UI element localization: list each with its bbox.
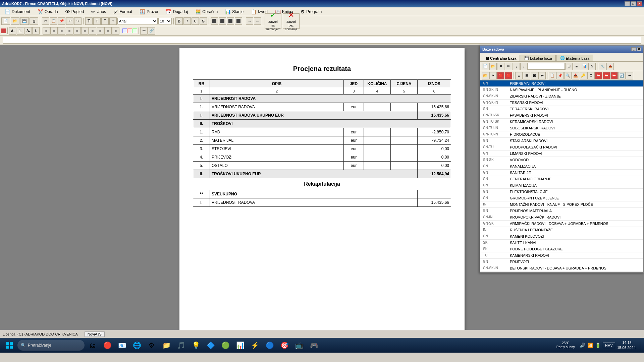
tb2-btn1[interactable] (1, 28, 6, 33)
taskbar-icon-6[interactable]: 📁 (160, 340, 173, 351)
baze-list-item[interactable]: GN-TU-SK FASADERSKI RADOVI (480, 112, 643, 119)
tb2-list8-btn[interactable]: ≡ (97, 27, 104, 35)
tb-cut-button[interactable]: ✂ (42, 17, 49, 25)
baze-tb2-btn2[interactable]: ✂ (489, 72, 497, 79)
baze-tb2-btn11[interactable]: 🔍 (564, 72, 572, 79)
baze-list-item[interactable]: GN STAKLARSKI RADOVI (480, 138, 643, 144)
tb-new-button[interactable]: 📄 (1, 17, 10, 25)
taskbar-icon-2[interactable]: 🔴 (101, 340, 114, 351)
menu-prozor[interactable]: 🪟 Prozor (136, 8, 162, 15)
baze-list-item[interactable]: GN GROMOBRN I UZEMLJENJE (480, 195, 643, 201)
tb2-a2-btn[interactable]: A. (24, 27, 32, 35)
tb-format2-button[interactable]: T (93, 17, 101, 25)
tb-print-button[interactable]: 🖨 (30, 17, 38, 25)
tb2-list1-btn[interactable]: ≡ (43, 27, 50, 35)
baze-list-item[interactable]: GN-SK-IN BETONSKI RADOVI - DOBAVA + UGRA… (480, 265, 643, 272)
tb2-color2-btn[interactable] (127, 28, 132, 33)
tb-format3-button[interactable]: T (101, 17, 109, 25)
tb-format1-button[interactable]: T (85, 17, 93, 25)
tb2-i-btn[interactable]: I. (32, 27, 40, 35)
taskbar-icon-16[interactable]: 🎮 (307, 340, 321, 351)
tb-undo-button[interactable]: ↩ (66, 17, 73, 25)
tb-save-button[interactable]: 💾 (20, 17, 29, 25)
baze-tb2-btn12[interactable]: 📤 (572, 72, 579, 79)
tb2-list9-btn[interactable]: ≡ (104, 27, 112, 35)
baze-tb2-btn5[interactable]: ≡ (515, 72, 523, 79)
save-with-button[interactable]: ✓ Zatvorisa snimanjem (265, 13, 281, 29)
baze-list-item[interactable]: GN-TU PODOPOLAGAČKI RADOVI (480, 144, 643, 150)
taskbar-icon-1[interactable]: 🗂 (86, 340, 99, 351)
baze-tb2-btn1[interactable]: 📂 (482, 72, 489, 79)
tb-bold-button[interactable]: B (175, 17, 183, 25)
baze-tb2-btn4[interactable]: 🔴 (505, 72, 512, 79)
taskbar-icon-10[interactable]: 🟢 (219, 340, 232, 351)
tb2-list7-btn[interactable]: ≡ (89, 27, 96, 35)
menu-dokument[interactable]: 📄 Dokument (1, 8, 34, 15)
tb-outdent-button[interactable]: ← (254, 17, 261, 25)
tb-align-left-button[interactable]: ⬛ (211, 17, 218, 25)
baze-delete-btn[interactable]: ✕ (497, 63, 504, 70)
baze-tb2-btn7[interactable]: ⊞ (531, 72, 538, 79)
baze-list-item[interactable]: GN CENTRALNO GRIJANJE (480, 176, 643, 182)
tb-underline-button[interactable]: U (192, 17, 199, 25)
baze-list-item[interactable]: GN TERACERSKI RADOVI (480, 106, 643, 112)
tb-redo-button[interactable]: ↪ (74, 17, 82, 25)
menu-dogadjaj[interactable]: 📅 Događaj (162, 8, 191, 15)
taskbar-icon-8[interactable]: 💡 (189, 340, 203, 351)
formula-input[interactable] (3, 37, 641, 44)
baze-tb2-btn3[interactable]: 🔴 (497, 72, 504, 79)
baze-currency-btn[interactable]: $ (588, 63, 596, 70)
baze-list-item[interactable]: GN ELEKTROINSTALCIJE (480, 189, 643, 195)
tb2-list4-btn[interactable]: ≡ (66, 27, 73, 35)
taskbar-icon-15[interactable]: 📺 (292, 340, 306, 351)
baze-close-button[interactable]: ✕ (637, 47, 641, 51)
tb2-link-btn[interactable]: 🔗 (148, 27, 155, 35)
baze-edit-btn[interactable]: ✏ (505, 63, 512, 70)
baze-list-item[interactable]: IN RUŠENJA I DEMONTAŽE (480, 227, 643, 233)
baze-tb2-btn9[interactable]: 📋 (549, 72, 556, 79)
baze-list-item[interactable]: GN-SK-IN ZIDARSKI RADOVI - ZIDANJE (480, 93, 643, 100)
taskbar-icon-7[interactable]: 🎵 (174, 340, 188, 351)
tb2-color3-btn[interactable] (132, 28, 137, 33)
baze-tb2-btn17[interactable]: ⛔ (610, 72, 618, 79)
tb2-1-btn[interactable]: 1. (17, 27, 24, 35)
tb-copy-button[interactable]: 📋 (50, 17, 57, 25)
baze-open-btn[interactable]: 📂 (489, 63, 497, 70)
menu-unos[interactable]: ✏ Unos (88, 8, 109, 15)
baze-new-btn[interactable]: 📄 (482, 63, 489, 70)
language-indicator[interactable]: HRV (603, 342, 615, 348)
taskbar-search[interactable]: 🔍 Pretraživanje (17, 340, 85, 351)
menu-pogled[interactable]: 👁 Pogled (62, 8, 87, 15)
menu-obrada[interactable]: ✂️ Obrada (34, 8, 61, 15)
menu-program[interactable]: ⚙ Program (297, 8, 325, 15)
save-without-button[interactable]: ✕ Zatvoribez snimanja (283, 13, 300, 29)
menu-obracun[interactable]: 🧮 Obračun (192, 8, 221, 15)
show-desktop-button[interactable] (640, 340, 641, 351)
tb2-list2-btn[interactable]: ≡ (50, 27, 58, 35)
baze-tb2-btn19[interactable]: ↩ (626, 72, 633, 79)
baze-list-item[interactable]: TU KAMENARSKI RADOVI (480, 252, 643, 259)
baze-view1-btn[interactable]: ⊞ (565, 63, 573, 70)
baze-list-item[interactable]: GN-IN KROVOPOKRIVAČKI RADOVI (480, 214, 643, 221)
baze-list-item[interactable]: GN KLIMATIZACIJA (480, 182, 643, 189)
tab-eksterna-baza[interactable]: 🌐 Eksterna baza (556, 55, 593, 61)
tb2-list10-btn[interactable]: ≡ (112, 27, 119, 35)
taskbar-icon-11[interactable]: 📊 (233, 340, 247, 351)
baze-list-item[interactable]: GN KANALIZACIJA (480, 163, 643, 170)
menu-stanje[interactable]: 📊 Stanje (222, 8, 247, 15)
menu-format[interactable]: 🖊 Format (110, 8, 136, 15)
baze-view3-btn[interactable]: 📊 (581, 63, 588, 70)
tab-lokalna-baza[interactable]: 💾 Lokalna baza (521, 55, 555, 61)
tb2-a-btn[interactable]: A. (9, 27, 16, 35)
start-button[interactable] (3, 340, 16, 351)
baze-misc2-btn[interactable]: 📤 (606, 63, 614, 70)
font-selector[interactable]: Arial (117, 18, 158, 24)
baze-tb2-btn6[interactable]: ⊟ (523, 72, 530, 79)
tb-strikethrough-button[interactable]: S (200, 17, 207, 25)
baze-list-item[interactable]: GN-SK VODOVOD (480, 157, 643, 163)
taskbar-icon-13[interactable]: 🔵 (263, 340, 276, 351)
taskbar-icon-14[interactable]: 🎯 (278, 340, 291, 351)
baze-tb2-btn13[interactable]: 🔑 (580, 72, 587, 79)
tb-align-right-button[interactable]: ⬛ (227, 17, 234, 25)
minimize-button[interactable]: _ (625, 1, 630, 6)
